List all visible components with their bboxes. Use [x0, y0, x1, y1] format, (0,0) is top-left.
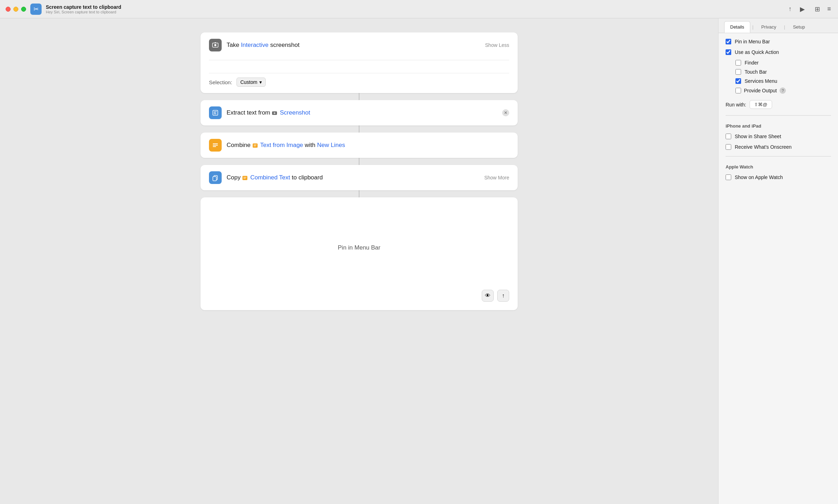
share-sheet-checkbox[interactable]: [726, 134, 731, 139]
run-with-row: Run with: ⇧⌘@: [726, 100, 831, 109]
show-on-watch-checkbox[interactable]: [726, 174, 731, 180]
run-with-label: Run with:: [726, 102, 746, 107]
selection-value: Custom: [240, 79, 257, 85]
sidebar: Details | Privacy | Setup Pin in Menu Ba…: [718, 18, 838, 504]
receive-onscreen-checkbox[interactable]: [726, 144, 731, 150]
add-to-dock-button[interactable]: ⊞: [813, 4, 821, 14]
zoom-button[interactable]: [21, 7, 26, 12]
services-menu-row: Services Menu: [735, 78, 831, 84]
interactive-link[interactable]: Interactive: [241, 42, 269, 48]
shortcut-badge[interactable]: ⇧⌘@: [750, 100, 772, 109]
pin-menu-bar-label[interactable]: Pin in Menu Bar: [735, 39, 770, 44]
app-subtitle: Hey Siri, Screen capture text to clipboa…: [46, 10, 783, 14]
main-layout: Take Interactive screenshot Show Less Se…: [0, 18, 838, 504]
screenshot-blue-link[interactable]: Screenshot: [272, 109, 310, 116]
screenshot-icon: [209, 39, 222, 51]
svg-rect-12: [253, 143, 258, 148]
sidebar-tabs: Details | Privacy | Setup: [719, 18, 838, 33]
copy-suffix: to clipboard: [292, 174, 323, 181]
eye-button[interactable]: 👁: [482, 290, 494, 302]
svg-rect-17: [242, 176, 247, 180]
iphone-section-heading: iPhone and iPad: [726, 123, 831, 129]
connector-1: [359, 93, 359, 100]
tab-divider-1: |: [751, 21, 755, 33]
finder-checkbox[interactable]: [735, 60, 741, 66]
title-info: Screen capture text to clipboard Hey Sir…: [46, 4, 783, 14]
new-lines-link[interactable]: New Lines: [317, 142, 345, 148]
touch-bar-row: Touch Bar: [735, 69, 831, 75]
quick-action-sub-options: Finder Touch Bar Services Menu Provide O…: [726, 60, 831, 94]
touch-bar-label[interactable]: Touch Bar: [745, 69, 767, 75]
use-quick-action-checkbox[interactable]: [726, 49, 731, 55]
traffic-lights: [6, 7, 26, 12]
selection-label: Selection:: [209, 79, 232, 85]
receive-onscreen-label[interactable]: Receive What's Onscreen: [735, 144, 791, 150]
extract-prefix: Extract text from: [227, 109, 272, 116]
svg-point-8: [274, 112, 276, 114]
sliders-button[interactable]: ≡: [826, 4, 832, 14]
app-title: Screen capture text to clipboard: [46, 4, 783, 10]
receive-onscreen-row: Receive What's Onscreen: [726, 144, 831, 150]
pin-menu-bar-row: Pin in Menu Bar: [726, 39, 831, 44]
watch-section-heading: Apple Watch: [726, 164, 831, 170]
close-button[interactable]: [6, 7, 11, 12]
help-icon[interactable]: ?: [780, 87, 786, 94]
section-divider-2: [726, 156, 831, 156]
tab-privacy[interactable]: Privacy: [756, 21, 782, 33]
step-combine-card: Combine Text from Image with New Lines: [201, 133, 518, 158]
show-on-watch-row: Show on Apple Watch: [726, 174, 831, 180]
run-button[interactable]: ▶: [799, 4, 806, 14]
copy-prefix: Copy: [227, 174, 242, 181]
provide-output-label[interactable]: Provide Output: [744, 88, 777, 93]
share-card-button[interactable]: ↑: [497, 290, 509, 302]
provide-output-checkbox[interactable]: [735, 88, 741, 93]
svg-rect-16: [213, 177, 216, 181]
selection-dropdown[interactable]: Custom ▾: [236, 78, 266, 87]
show-on-watch-label[interactable]: Show on Apple Watch: [735, 174, 783, 180]
copy-icon: [209, 171, 222, 184]
use-quick-action-label[interactable]: Use as Quick Action: [735, 49, 779, 55]
text-from-image-link[interactable]: Text from Image: [252, 142, 305, 148]
extract-close-btn[interactable]: ✕: [502, 109, 509, 116]
share-sheet-row: Show in Share Sheet: [726, 134, 831, 139]
step-screenshot-header: Take Interactive screenshot Show Less: [209, 39, 509, 51]
shortcut-steps: Take Interactive screenshot Show Less Se…: [201, 32, 518, 310]
share-button[interactable]: ↑: [787, 4, 793, 14]
connector-2: [359, 125, 359, 133]
minimize-button[interactable]: [13, 7, 18, 12]
touch-bar-checkbox[interactable]: [735, 69, 741, 75]
share-sheet-label[interactable]: Show in Share Sheet: [735, 134, 781, 139]
step-combine-text: Combine Text from Image with New Lines: [227, 142, 509, 149]
combine-with: with: [305, 142, 317, 148]
svg-point-1: [214, 44, 216, 46]
title-bar: ✂ Screen capture text to clipboard Hey S…: [0, 0, 838, 18]
extract-icon: [209, 106, 222, 119]
tab-divider-2: |: [783, 21, 787, 33]
pin-card-title: Pin in Menu Bar: [338, 244, 381, 251]
step-screenshot-card: Take Interactive screenshot Show Less Se…: [201, 32, 518, 93]
pin-menu-bar-checkbox[interactable]: [726, 39, 731, 44]
combined-text-link[interactable]: Combined Text: [242, 174, 292, 181]
connector-3: [359, 158, 359, 165]
screenshot-suffix: screenshot: [270, 42, 300, 48]
services-menu-checkbox[interactable]: [735, 78, 741, 84]
chevron-down-icon: ▾: [259, 79, 262, 85]
main-content: Take Interactive screenshot Show Less Se…: [0, 18, 718, 504]
title-actions: ↑ ▶: [787, 4, 806, 14]
app-icon: ✂: [30, 4, 42, 15]
finder-label[interactable]: Finder: [745, 60, 759, 66]
finder-row: Finder: [735, 60, 831, 66]
use-quick-action-row: Use as Quick Action: [726, 49, 831, 55]
selection-area: Selection: Custom ▾: [209, 73, 509, 87]
take-label: Take: [227, 42, 241, 48]
tab-setup[interactable]: Setup: [787, 21, 811, 33]
step-copy-card: Copy Combined Text to clipboard Show Mor…: [201, 165, 518, 190]
tab-details[interactable]: Details: [724, 21, 750, 33]
svg-rect-2: [215, 42, 216, 43]
section-divider-1: [726, 115, 831, 116]
services-menu-label[interactable]: Services Menu: [745, 78, 777, 84]
combine-prefix: Combine: [227, 142, 252, 148]
pin-card: Pin in Menu Bar 👁 ↑: [201, 197, 518, 310]
show-less-btn[interactable]: Show Less: [485, 42, 509, 48]
show-more-btn[interactable]: Show More: [484, 175, 509, 180]
